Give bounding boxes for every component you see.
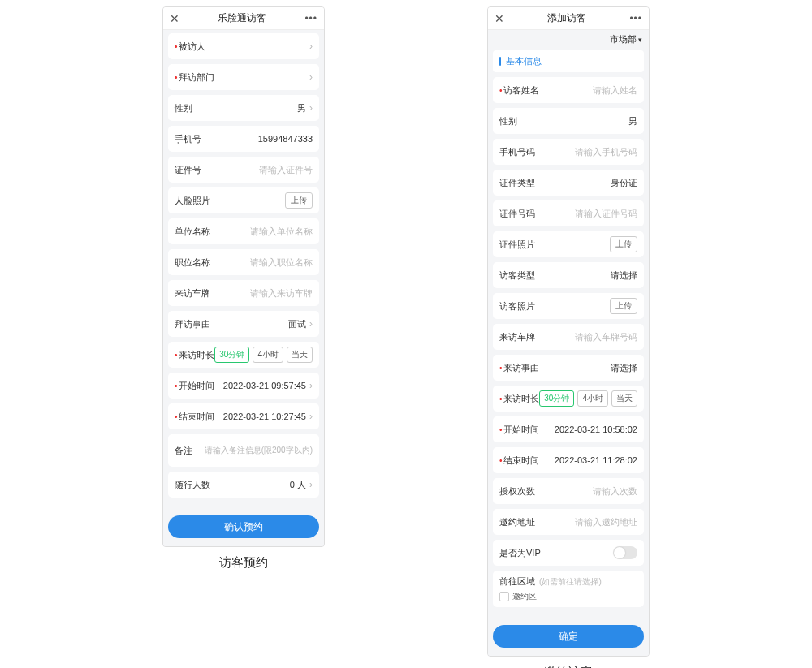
caption-left: 访客预约	[219, 555, 268, 571]
label-start-time: 开始时间	[503, 424, 539, 436]
label-id-no: 证件号码	[499, 208, 535, 220]
row-visitor-name[interactable]: • 访客姓名 请输入姓名	[493, 77, 644, 103]
chevron-right-icon: ›	[309, 479, 313, 490]
more-icon[interactable]: •••	[629, 13, 642, 24]
row-duration: • 来访时长 30分钟 4小时 当天	[168, 342, 319, 368]
row-remark[interactable]: 备注 请输入备注信息(限200字以内)	[168, 434, 319, 467]
label-reason: 拜访事由	[175, 318, 210, 330]
duration-option-today[interactable]: 当天	[611, 390, 637, 407]
label-visitor-photo: 访客照片	[499, 300, 535, 312]
window-header: ✕ 添加访客 •••	[488, 7, 649, 30]
row-plate[interactable]: 来访车牌 请输入车牌号码	[493, 324, 644, 350]
value-visitor-type: 请选择	[535, 269, 637, 282]
window-header: ✕ 乐脸通访客 •••	[163, 7, 324, 30]
required-marker: •	[499, 394, 503, 403]
upload-button[interactable]: 上传	[610, 236, 637, 252]
page-title: 添加访客	[504, 11, 629, 25]
area-option-label: 邀约区	[512, 591, 537, 602]
row-plate[interactable]: 来访车牌 请输入来访车牌	[168, 280, 319, 306]
close-icon[interactable]: ✕	[170, 12, 179, 25]
required-marker: •	[175, 381, 178, 390]
label-invite-address: 邀约地址	[499, 516, 535, 528]
row-start-time[interactable]: • 开始时间 2022-03-21 10:58:02	[493, 416, 644, 442]
chevron-down-icon: ▾	[638, 36, 642, 44]
close-icon[interactable]: ✕	[495, 12, 504, 25]
required-marker: •	[499, 425, 503, 434]
page-title: 乐脸通访客	[179, 11, 304, 25]
row-gender[interactable]: 性别 男 ›	[168, 95, 319, 121]
placeholder-phone: 请输入手机号码	[535, 146, 637, 158]
placeholder-position: 请输入职位名称	[210, 256, 313, 269]
label-phone: 手机号码	[499, 146, 535, 158]
duration-option-30m[interactable]: 30分钟	[539, 390, 574, 407]
value-end-time: 2022-03-21 11:28:02	[539, 455, 637, 465]
label-phone: 手机号	[175, 133, 201, 145]
placeholder-id-no: 请输入证件号	[201, 164, 313, 176]
vip-toggle[interactable]	[613, 546, 637, 559]
row-end-time[interactable]: • 结束时间 2022-03-21 11:28:02	[493, 447, 644, 473]
duration-option-30m[interactable]: 30分钟	[214, 347, 249, 363]
label-duration: 来访时长	[503, 393, 539, 405]
placeholder-auth-count: 请输入次数	[535, 485, 637, 498]
row-company[interactable]: 单位名称 请输入单位名称	[168, 218, 319, 244]
row-phone[interactable]: 手机号 15994847333	[168, 126, 319, 152]
hint-area: (如需前往请选择)	[539, 577, 602, 586]
row-phone[interactable]: 手机号码 请输入手机号码	[493, 139, 644, 165]
row-id-type[interactable]: 证件类型 身份证	[493, 170, 644, 196]
more-icon[interactable]: •••	[304, 13, 317, 24]
value-start-time: 2022-03-21 10:58:02	[539, 425, 637, 434]
required-marker: •	[175, 351, 178, 360]
row-companions[interactable]: 随行人数 0 人 ›	[168, 472, 319, 498]
row-id-no[interactable]: 证件号码 请输入证件号码	[493, 200, 644, 226]
label-start-time: 开始时间	[179, 380, 214, 392]
row-position[interactable]: 职位名称 请输入职位名称	[168, 249, 319, 275]
row-end-time[interactable]: • 结束时间 2022-03-21 10:27:45 ›	[168, 403, 319, 429]
label-id-no: 证件号	[175, 164, 201, 176]
label-area: 前往区域	[499, 576, 535, 586]
label-visitor-name: 访客姓名	[503, 84, 539, 97]
dept-selector-label: 市场部	[610, 34, 637, 44]
value-gender: 男	[192, 102, 306, 114]
placeholder-remark: 请输入备注信息(限200字以内)	[192, 445, 313, 456]
value-end-time: 2022-03-21 10:27:45	[214, 412, 306, 421]
row-invite-address[interactable]: 邀约地址 请输入邀约地址	[493, 509, 644, 535]
label-visitor-type: 访客类型	[499, 269, 535, 282]
label-companions: 随行人数	[175, 479, 210, 491]
section-basic-info: 基本信息	[493, 50, 644, 72]
row-start-time[interactable]: • 开始时间 2022-03-21 09:57:45 ›	[168, 373, 319, 399]
row-reason[interactable]: 拜访事由 面试 ›	[168, 311, 319, 337]
value-reason: 请选择	[539, 362, 637, 374]
row-visitor-type[interactable]: 访客类型 请选择	[493, 262, 644, 288]
upload-button[interactable]: 上传	[610, 298, 637, 314]
row-visit-dept[interactable]: • 拜访部门 ›	[168, 64, 319, 90]
row-visited-person[interactable]: • 被访人 ›	[168, 33, 319, 59]
chevron-right-icon: ›	[309, 41, 313, 52]
label-gender: 性别	[175, 102, 192, 114]
row-visitor-photo: 访客照片 上传	[493, 293, 644, 319]
dept-selector[interactable]: 市场部▾	[488, 30, 649, 45]
duration-option-4h[interactable]: 4小时	[253, 347, 283, 363]
label-visit-dept: 拜访部门	[179, 71, 214, 84]
row-id-no[interactable]: 证件号 请输入证件号	[168, 157, 319, 183]
duration-option-today[interactable]: 当天	[287, 347, 313, 363]
row-auth-count[interactable]: 授权次数 请输入次数	[493, 478, 644, 504]
label-vip: 是否为VIP	[499, 547, 541, 559]
label-id-type: 证件类型	[499, 177, 535, 189]
area-checkbox[interactable]	[499, 592, 509, 601]
confirm-booking-button[interactable]: 确认预约	[168, 515, 319, 538]
required-marker: •	[499, 86, 503, 95]
required-marker: •	[175, 73, 178, 82]
upload-button[interactable]: 上传	[285, 192, 313, 209]
chevron-right-icon: ›	[309, 411, 313, 422]
required-marker: •	[175, 412, 178, 421]
required-marker: •	[175, 42, 178, 51]
row-gender[interactable]: 性别 男	[493, 108, 644, 134]
value-start-time: 2022-03-21 09:57:45	[214, 381, 306, 390]
label-id-photo: 证件照片	[499, 239, 535, 251]
duration-option-4h[interactable]: 4小时	[577, 390, 608, 407]
label-plate: 来访车牌	[175, 287, 210, 300]
row-reason[interactable]: • 来访事由 请选择	[493, 355, 644, 381]
value-phone: 15994847333	[201, 134, 313, 144]
row-face-photo: 人脸照片 上传	[168, 187, 319, 213]
confirm-button[interactable]: 确定	[493, 625, 644, 648]
